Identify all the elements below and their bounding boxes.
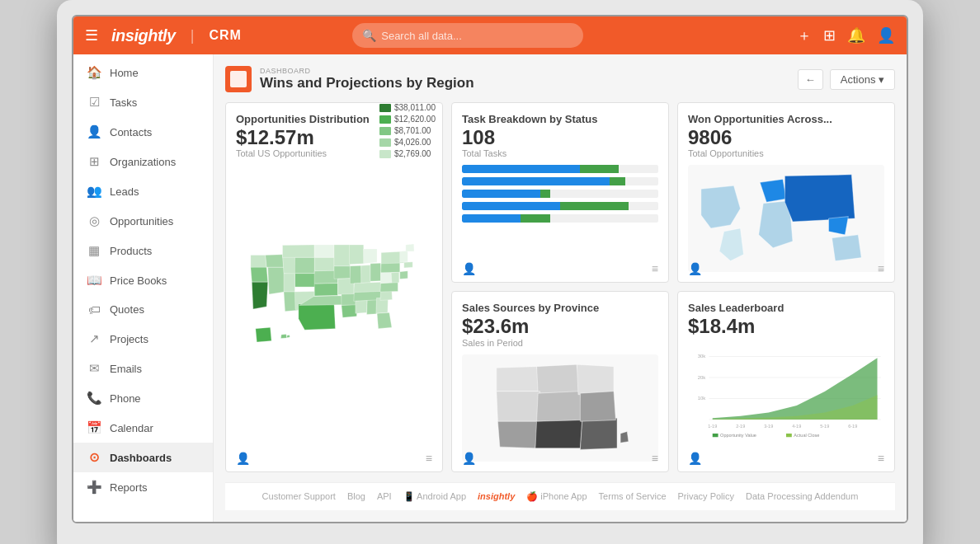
sidebar-label-dashboards: Dashboards [110,452,172,464]
bar-fill-blue-5 [462,214,521,223]
sidebar-label-price-books: Price Books [110,274,167,287]
china-map [462,354,658,462]
sales-leaderboard-card: Sales Leaderboard $18.4m 30k [677,291,895,471]
bar-fill-green-3 [540,190,550,198]
sidebar-item-price-books[interactable]: 📖 Price Books [73,265,213,295]
won-opportunities-title: Won Opportunities Across... [688,113,884,125]
sidebar-item-dashboards[interactable]: ⊙ Dashboards [73,443,213,472]
sidebar: 🏠 Home ☑ Tasks 👤 Contacts ⊞ Organization… [73,54,214,522]
search-bar[interactable]: 🔍 [352,23,583,48]
sidebar-label-contacts: Contacts [110,126,152,138]
dashboard-grid: Opportunities Distribution $12.57m Total… [225,102,895,472]
legend-item-1: $38,011.00 [379,103,436,112]
footer-api[interactable]: API [377,491,392,502]
legend-swatch-2 [379,115,391,124]
tasks-icon: ☑ [87,95,101,110]
sidebar-label-home: Home [110,67,139,79]
footer-customer-support[interactable]: Customer Support [262,491,336,502]
won-opps-footer-list-icon[interactable]: ≡ [878,262,884,275]
bar-track-4 [462,202,658,210]
back-button[interactable]: ← [798,69,823,90]
leads-icon: 👥 [87,184,101,199]
task-breakdown-card: Task Breakdown by Status 108 Total Tasks [451,102,669,283]
legend-value-5: $2,769.00 [394,149,431,158]
footer-iphone-app[interactable]: 🍎 iPhone App [526,491,587,502]
sidebar-item-organizations[interactable]: ⊞ Organizations [73,147,213,176]
opportunities-footer-person-icon[interactable]: 👤 [236,452,250,465]
top-nav: ☰ insightly | CRM 🔍 ＋ ⊞ 🔔 👤 [73,16,907,54]
laptop-frame: ☰ insightly | CRM 🔍 ＋ ⊞ 🔔 👤 🏠 Home [57,0,923,544]
footer-logo: insightly [478,491,515,502]
svg-text:Opportunity Value: Opportunity Value [720,433,756,438]
footer-blog[interactable]: Blog [347,491,365,502]
laptop-screen: ☰ insightly | CRM 🔍 ＋ ⊞ 🔔 👤 🏠 Home [72,15,908,523]
leaderboard-card-footer: 👤 ≡ [688,452,884,465]
sales-sources-card-footer: 👤 ≡ [462,452,658,465]
sidebar-label-calendar: Calendar [110,422,153,434]
content-area: DASHBOARD Wins and Projections by Region… [214,54,907,522]
task-card-footer: 👤 ≡ [462,262,658,275]
sidebar-item-reports[interactable]: ➕ Reports [73,472,213,502]
sidebar-item-opportunities[interactable]: ◎ Opportunities [73,206,213,236]
opportunities-footer-list-icon[interactable]: ≡ [426,452,432,465]
user-icon[interactable]: 👤 [877,26,895,45]
sales-sources-subtitle: Sales in Period [462,338,658,348]
sidebar-item-quotes[interactable]: 🏷 Quotes [73,295,213,324]
notification-icon[interactable]: 🔔 [847,26,865,45]
bar-fill-green-1 [580,165,620,173]
menu-icon[interactable]: ☰ [85,26,98,45]
actions-button[interactable]: Actions ▾ [830,69,895,90]
footer-android-app[interactable]: 📱 Android App [403,491,466,502]
sidebar-item-leads[interactable]: 👥 Leads [73,176,213,206]
sales-sources-footer-list-icon[interactable]: ≡ [652,452,658,465]
won-opportunities-card: Won Opportunities Across... 9806 Total O… [677,102,895,283]
sidebar-item-tasks[interactable]: ☑ Tasks [73,87,213,117]
bar-track-5 [462,214,658,223]
sidebar-item-emails[interactable]: ✉ Emails [73,354,213,383]
leaderboard-footer-person-icon[interactable]: 👤 [688,452,702,465]
sales-sources-title: Sales Sources by Province [462,302,658,314]
svg-text:Actual Close: Actual Close [794,433,819,438]
product-label: CRM [209,28,241,43]
add-icon[interactable]: ＋ [797,26,812,45]
legend-value-4: $4,026.00 [394,138,431,147]
leaderboard-chart-svg: 30k 20k 10k 1-19 2-19 3-19 [688,338,884,445]
leaderboard-footer-list-icon[interactable]: ≡ [878,452,884,465]
sidebar-item-projects[interactable]: ↗ Projects [73,324,213,354]
task-footer-person-icon[interactable]: 👤 [462,262,476,275]
phone-icon: 📞 [87,391,101,406]
opportunities-card: Opportunities Distribution $12.57m Total… [225,102,443,472]
grid-icon[interactable]: ⊞ [823,26,836,45]
sales-sources-footer-person-icon[interactable]: 👤 [462,452,476,465]
sidebar-item-contacts[interactable]: 👤 Contacts [73,117,213,147]
legend-swatch-1 [379,104,391,112]
sidebar-item-home[interactable]: 🏠 Home [73,58,213,87]
footer-terms[interactable]: Terms of Service [599,491,667,502]
dashboards-icon: ⊙ [87,450,101,465]
sidebar-label-quotes: Quotes [110,303,144,316]
calendar-icon: 📅 [87,420,101,435]
sidebar-item-calendar[interactable]: 📅 Calendar [73,413,213,443]
search-input[interactable] [381,30,573,42]
page-icon [225,66,252,92]
sidebar-label-emails: Emails [110,363,142,375]
us-map-svg [236,165,432,429]
sidebar-item-products[interactable]: ▦ Products [73,236,213,265]
projects-icon: ↗ [87,331,101,346]
legend-swatch-5 [379,150,391,158]
opportunities-card-title: Opportunities Distribution [236,113,370,125]
svg-text:2-19: 2-19 [736,424,745,429]
won-opps-footer-person-icon[interactable]: 👤 [688,262,702,275]
page-title: Wins and Projections by Region [260,75,474,91]
sidebar-label-opportunities: Opportunities [110,215,173,227]
sidebar-item-phone[interactable]: 📞 Phone [73,383,213,413]
sales-leaderboard-value: $18.4m [688,316,884,337]
sidebar-label-leads: Leads [110,185,139,198]
breadcrumb: DASHBOARD [260,67,474,75]
footer-data-processing[interactable]: Data Processing Addendum [746,491,858,502]
svg-text:6-19: 6-19 [848,424,857,429]
world-map [688,165,884,272]
svg-text:4-19: 4-19 [792,424,801,429]
footer-privacy[interactable]: Privacy Policy [678,491,734,502]
task-footer-list-icon[interactable]: ≡ [652,262,658,275]
